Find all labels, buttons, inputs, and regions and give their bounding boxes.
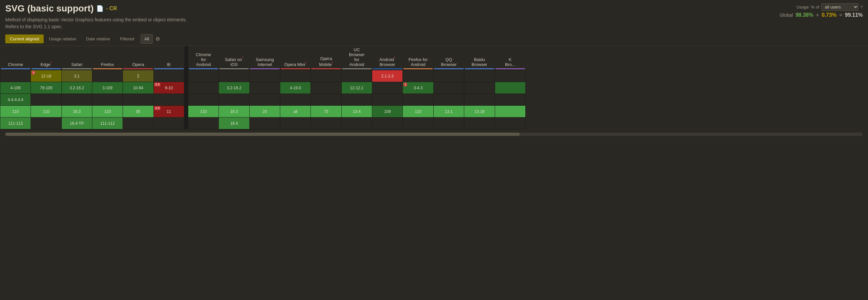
cell-uc-r5: [341, 118, 372, 129]
title-row: SVG (basic support) 📄 - CR: [5, 3, 196, 14]
browser-support-table: Chrome Edge* Safari Firefox: [0, 46, 526, 129]
table-row: 110 110 16.3 110 95 2 3 11 110 16.3 20 a…: [0, 106, 526, 118]
badge-3: 3: [32, 71, 35, 74]
cell-k-r4: [495, 106, 526, 118]
browser-header-row: Chrome Edge* Safari Firefox: [0, 46, 526, 70]
cell-chrome-and-r1: [188, 70, 219, 82]
cell-safari-ios-r1: [219, 70, 249, 82]
cell-opera-mob-r2: [311, 82, 341, 94]
description: Method of displaying basic Vector Graphi…: [5, 16, 196, 30]
sep-r3: [184, 94, 188, 106]
cell-firefox-r1: [92, 70, 123, 82]
cell-ie-r3: [153, 94, 184, 106]
tab-usage-relative[interactable]: Usage relative: [44, 34, 81, 43]
settings-icon[interactable]: ⚙: [155, 36, 160, 42]
cell-qq-r4: 13.1: [433, 106, 464, 118]
cell-safari-r5: 16.4-TP: [61, 118, 92, 129]
cell-edge-r5: [31, 118, 61, 129]
cell-opera-mini-r1: [280, 70, 311, 82]
header-samsung: SamsungInternet: [249, 46, 280, 70]
cell-firefox-r4: 110: [92, 106, 123, 118]
cell-ff-and-r4: 110: [403, 106, 433, 118]
tabs-row: Current aligned Usage relative Date rela…: [0, 32, 868, 46]
tab-date-relative[interactable]: Date relative: [82, 34, 115, 43]
global-stats-row: Global 98.38% + 0.73% = 99.11%: [764, 12, 863, 18]
title-section: SVG (basic support) 📄 - CR Method of dis…: [5, 3, 196, 30]
cell-qq-r1: [433, 70, 464, 82]
cell-ie-r4: 2 3 11: [153, 106, 184, 118]
cell-chrome-and-r2: [188, 82, 219, 94]
usage-panel: Usage % of all users tracked users ? Glo…: [764, 3, 863, 18]
page-title: SVG (basic support): [5, 3, 94, 14]
scrollbar-thumb[interactable]: [5, 133, 520, 136]
cell-opera-r5: [123, 118, 153, 129]
cell-android-r1: 2.1-2.3: [372, 70, 403, 82]
cell-k-r3: [495, 94, 526, 106]
cell-samsung-r1: [249, 70, 280, 82]
tab-all[interactable]: All: [141, 34, 152, 44]
user-type-select[interactable]: all users tracked users: [822, 3, 859, 11]
tab-filtered[interactable]: Filtered: [115, 34, 138, 43]
header-uc-browser: UCBrowserforAndroid: [341, 46, 372, 70]
help-icon[interactable]: ?: [861, 5, 863, 9]
cell-baidu-r2: [464, 82, 495, 94]
cell-android-r4: 109: [372, 106, 403, 118]
header-opera-mobile: OperaMobile*: [311, 46, 341, 70]
cell-samsung-r2: [249, 82, 280, 94]
cell-chrome-and-r5: [188, 118, 219, 129]
header-edge: Edge*: [31, 46, 61, 70]
horizontal-scrollbar[interactable]: [5, 133, 863, 136]
cell-safari-ios-r3: [219, 94, 249, 106]
browser-table-wrapper[interactable]: Chrome Edge* Safari Firefox: [0, 46, 868, 132]
cell-ff-and-r1: [403, 70, 433, 82]
cell-samsung-r3: [249, 94, 280, 106]
cell-opera-r1: 2: [123, 70, 153, 82]
cell-safari-r4: 16.3: [61, 106, 92, 118]
table-row: 3 12-18 3.1 2 2.1-2.3: [0, 70, 526, 82]
header-firefox: Firefox: [92, 46, 123, 70]
cell-baidu-r1: [464, 70, 495, 82]
badge-23b: 2 3: [154, 106, 161, 110]
cell-opera-mini-r2: 4-19.0: [280, 82, 311, 94]
cell-uc-r3: [341, 94, 372, 106]
cell-android-r3: [372, 94, 403, 106]
cell-safari-ios-r2: 3.2-16.2: [219, 82, 249, 94]
cell-opera-mob-r5: [311, 118, 341, 129]
cell-opera-r3: [123, 94, 153, 106]
sep-r5: [184, 118, 188, 129]
header-baidu: BaiduBrowser: [464, 46, 495, 70]
cell-chrome-r5: 111-113: [0, 118, 31, 129]
cell-qq-r5: [433, 118, 464, 129]
usage-label-row: Usage % of all users tracked users ?: [764, 3, 863, 11]
cell-uc-r2: 12-12.1: [341, 82, 372, 94]
cr-badge: - CR: [106, 6, 117, 11]
cell-edge-r1: 3 12-18: [31, 70, 61, 82]
cell-opera-mini-r5: [280, 118, 311, 129]
tab-current-aligned[interactable]: Current aligned: [5, 34, 44, 43]
cell-samsung-r5: [249, 118, 280, 129]
cell-chrome-and-r4: 110: [188, 106, 219, 118]
cell-baidu-r4: 13.18: [464, 106, 495, 118]
cell-k-r5: [495, 118, 526, 129]
cell-android-r2: [372, 82, 403, 94]
cell-safari-r3: [61, 94, 92, 106]
separator-col: [184, 46, 188, 70]
table-row: 111-113 16.4-TP 111-112 16.4: [0, 118, 526, 129]
header-qq: QQBrowser: [433, 46, 464, 70]
doc-icon: 📄: [96, 5, 103, 12]
header-android-browser: Android*Browser: [372, 46, 403, 70]
cell-safari-ios-r5: 16.4: [219, 118, 249, 129]
global-label: Global: [780, 12, 793, 18]
cell-safari-r1: 3.1: [61, 70, 92, 82]
pct-total: 99.11%: [845, 12, 863, 18]
cell-baidu-r5: [464, 118, 495, 129]
cell-uc-r4: 13.4: [341, 106, 372, 118]
cell-safari-r2: 3.2-16.2: [61, 82, 92, 94]
cell-edge-r3: [31, 94, 61, 106]
cell-edge-r2: 79-109: [31, 82, 61, 94]
cell-edge-r4: 110: [31, 106, 61, 118]
equals-sign: =: [839, 12, 842, 18]
cell-qq-r3: [433, 94, 464, 106]
header-chrome: Chrome: [0, 46, 31, 70]
cell-ff-and-r2: 1 3-4.3: [403, 82, 433, 94]
